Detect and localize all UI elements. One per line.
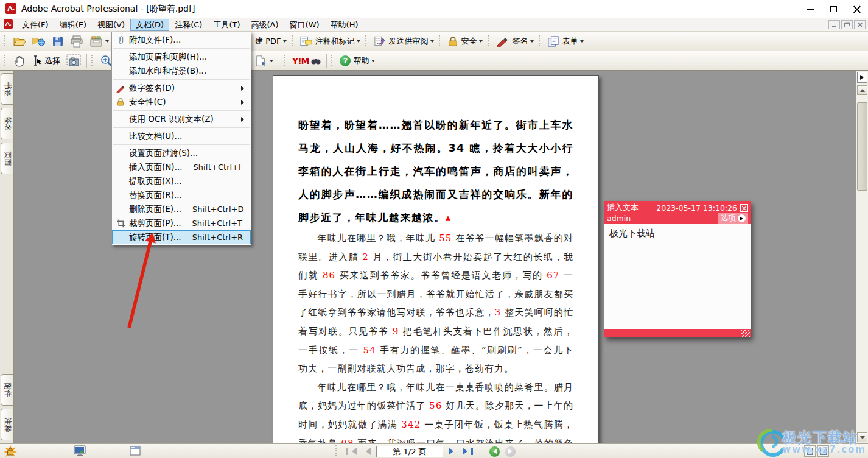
toolbar-grip[interactable] [4,35,7,48]
organizer-dropdown-icon [105,40,109,44]
menu-item-ocr-text-recognition[interactable]: 使用 OCR 识别文本(Z) [112,112,251,126]
submenu-arrow-icon [241,86,247,91]
new-page-view-button[interactable] [252,52,276,69]
doc-close-button[interactable] [854,20,866,29]
note-resize-handle[interactable] [741,330,750,337]
menu-item-extract-pages[interactable]: 提取页面(X)... [112,174,251,188]
page-indicator[interactable]: 第 1/2 页 [376,446,443,457]
window-title: Adobe Acrobat Professional - [盼望着.pdf] [21,4,195,15]
menu-item-insert-pages[interactable]: 插入页面(N)... Shift+Ctrl+I [112,160,251,174]
title-bar: Adobe Acrobat Professional - [盼望着.pdf] [0,0,868,18]
site-watermark: 极光下载站 www.xz7.com [757,426,866,458]
hand-tool-button[interactable] [10,52,28,69]
tab-comments[interactable]: 注释 [1,409,13,440]
secure-button[interactable]: 安全 [444,33,486,50]
tab-bookmarks[interactable]: 书签 [1,73,13,105]
tab-attachments[interactable]: 附件 [1,374,13,406]
scroll-up-button[interactable] [857,85,867,95]
help-button[interactable]: 帮助 [337,52,378,69]
close-button[interactable] [845,0,868,18]
hand-tool-icon [13,54,25,68]
panel-expand-button[interactable] [857,72,867,83]
snapshot-button[interactable] [63,52,84,69]
menu-item-attach-file[interactable]: 附加文件(F)... [112,33,251,47]
crop-icon [112,219,129,228]
maximize-button[interactable] [822,0,845,18]
document-paragraph: 年味儿在哪里？哦，年味儿在一桌桌香喷喷的菜肴里。腊月底，妈妈为过年的饭菜忙活了 … [298,378,573,443]
red-pen-icon [112,83,129,93]
save-button[interactable] [49,33,67,50]
send-review-label: 发送供审阅 [388,36,428,47]
menu-item-delete-pages[interactable]: 删除页面(E)... Shift+Ctrl+D [112,202,251,216]
create-pdf-button[interactable]: 建 PDF [252,33,290,50]
open-button[interactable] [10,33,29,50]
doc-restore-icon [844,23,849,27]
scrollbar-thumb[interactable] [857,102,867,191]
menu-tools[interactable]: 工具(T) [208,19,245,31]
save-icon [52,35,64,48]
select-tool-button[interactable]: 选择 [28,52,63,69]
doc-minimize-button[interactable] [828,20,840,29]
next-view-button[interactable] [505,446,516,457]
menu-window[interactable]: 窗口(W) [284,19,325,31]
first-page-button[interactable] [346,448,357,455]
menu-document[interactable]: 文档(D) [130,19,169,31]
send-review-button[interactable]: 发送供审阅 [371,33,437,50]
tab-signatures[interactable]: 签名 [1,108,13,139]
menu-file[interactable]: 文件(F) [16,19,54,31]
sign-button[interactable]: 签名 [493,33,537,50]
window-mode-button[interactable] [129,445,141,458]
vertical-scrollbar[interactable] [856,71,868,443]
help-icon [340,55,351,66]
organizer-button[interactable] [86,33,112,50]
zoom-in-icon [100,54,113,67]
forms-button[interactable]: 表单 [544,33,587,50]
last-page-button[interactable] [463,448,473,455]
menu-item-add-header-footer[interactable]: 添加页眉和页脚(H)... [112,50,251,64]
forms-icon [547,35,559,48]
menu-help[interactable]: 帮助(H) [325,19,364,31]
minimize-button[interactable] [799,0,822,18]
page-navigation: 第 1/2 页 [334,445,516,458]
menu-item-digital-signature[interactable]: 数字签名(D) [112,81,251,95]
menu-item-page-transitions[interactable]: 设置页面过渡(S)... [112,146,251,160]
previous-page-button[interactable] [362,448,371,455]
open-web-button[interactable] [29,33,49,50]
menu-view[interactable]: 视图(V) [92,19,130,31]
tab-pages[interactable]: 页面 [1,143,13,174]
maximize-icon [830,6,837,12]
next-page-button[interactable] [449,448,457,455]
document-paragraph: 盼望着，盼望着……翘首以盼的新年近了。街市上车水马龙，人山人海，好不热闹。34 … [298,113,573,229]
print-button[interactable] [67,33,86,50]
yahoo-search-button[interactable]: Y!M [289,52,324,69]
lock-icon [112,97,129,107]
acrobat-doc-icon [4,19,13,30]
note-options-button[interactable]: 选项 [718,213,748,224]
sticky-note-popup[interactable]: 插入文本 2023-05-17 13:10:26 admin 选项 极光下载站 [604,201,751,337]
previous-view-button[interactable] [489,446,500,457]
document-menu-dropdown: 附加文件(F)... 添加页眉和页脚(H)... 添加水印和背景(B)... 数… [111,32,251,245]
comment-markup-label: 注释和标记 [315,36,354,47]
yim-icon: Y!M [292,56,309,66]
note-header[interactable]: 插入文本 2023-05-17 13:10:26 admin 选项 [604,201,751,224]
screen-mode-button[interactable] [73,445,86,458]
acrobat-logo-icon [5,3,16,16]
secure-lock-icon [447,35,458,48]
note-body-text[interactable]: 极光下载站 [604,224,751,329]
menu-item-security[interactable]: 安全性(C) [112,95,251,109]
menu-edit[interactable]: 编辑(E) [54,19,92,31]
menu-item-add-watermark-background[interactable]: 添加水印和背景(B)... [112,64,251,78]
menu-comments[interactable]: 注释(C) [169,19,208,31]
minimize-icon [807,9,814,10]
menu-item-replace-pages[interactable]: 替换页面(R)... [112,188,251,202]
menu-item-crop-pages[interactable]: 裁剪页面(P)... Shift+Ctrl+T [112,216,251,230]
doc-minimize-icon [832,26,836,27]
doc-restore-button[interactable] [841,20,853,29]
note-close-icon[interactable] [740,204,748,212]
comment-markup-button[interactable]: 注释和标记 [297,33,363,50]
security-status-button[interactable] [4,445,17,458]
menu-item-compare-documents[interactable]: 比较文档(U)... [112,129,251,143]
page-plus-icon [255,54,267,68]
document-paragraph: 年味儿在哪里？哦，年味儿 55 在爷爷一幅幅笔墨飘香的对联里。进入腊 2 月，街… [298,229,573,378]
menu-advanced[interactable]: 高级(A) [246,19,284,31]
